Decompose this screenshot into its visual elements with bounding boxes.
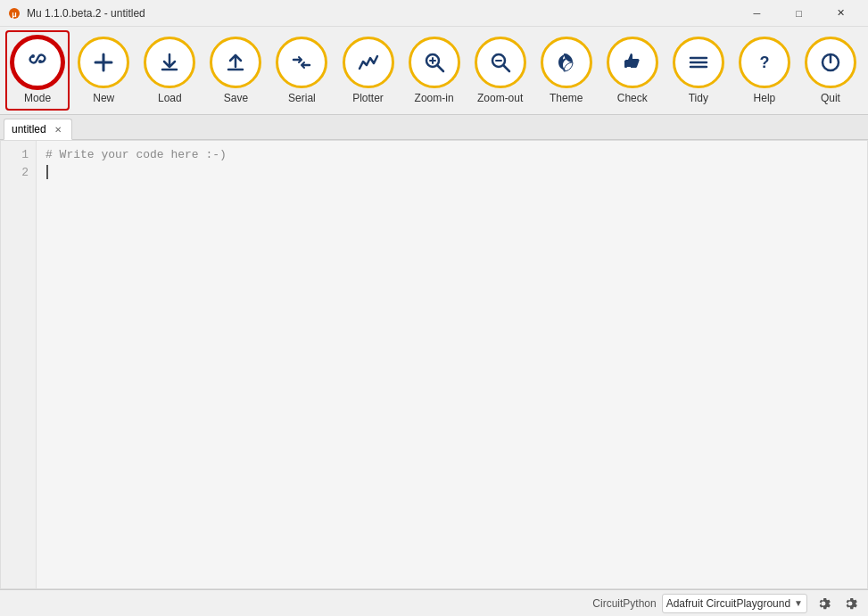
maximize-button[interactable]: □ [779, 0, 819, 27]
zoom-in-button[interactable]: Zoom-in [402, 30, 467, 111]
zoom-in-icon-circle [409, 37, 460, 88]
serial-icon-circle [276, 37, 327, 88]
title-bar-left: μ Mu 1.1.0.beta.2 - untitled [7, 6, 145, 21]
theme-label: Theme [550, 92, 583, 104]
code-editor[interactable]: # Write your code here :-) [37, 141, 867, 588]
tidy-icon-circle [673, 37, 724, 88]
tidy-label: Tidy [689, 92, 708, 104]
save-button[interactable]: Save [203, 30, 268, 111]
admin-gear-button[interactable] [839, 593, 861, 614]
app-icon: μ [7, 6, 21, 21]
quit-icon-circle [805, 37, 856, 88]
svg-rect-17 [624, 61, 627, 68]
check-icon-circle [607, 37, 658, 88]
load-icon-circle [144, 37, 195, 88]
board-selector[interactable]: Adafruit CircuitPlayground ▼ [662, 594, 807, 613]
help-icon-circle: ? [739, 37, 790, 88]
zoom-out-button[interactable]: Zoom-out [468, 30, 533, 111]
code-line-2 [45, 164, 858, 182]
zoom-out-icon-circle [475, 37, 526, 88]
settings-gear-button[interactable] [813, 593, 834, 614]
title-bar: μ Mu 1.1.0.beta.2 - untitled ─ □ ✕ [0, 0, 868, 27]
help-label: Help [754, 92, 776, 104]
load-button[interactable]: Load [137, 30, 202, 111]
save-icon-circle [210, 37, 261, 88]
line-numbers: 1 2 [1, 141, 37, 588]
tab-bar: untitled ✕ [0, 115, 868, 140]
svg-line-11 [437, 66, 443, 72]
plotter-button[interactable]: Plotter [335, 30, 400, 111]
mode-icon-circle [12, 37, 63, 88]
editor-area[interactable]: 1 2 # Write your code here :-) [0, 140, 868, 589]
serial-button[interactable]: Serial [269, 30, 334, 111]
board-select-value: Adafruit CircuitPlayground [666, 597, 790, 610]
zoom-in-label: Zoom-in [415, 92, 454, 104]
plotter-icon-circle [343, 37, 394, 88]
svg-text:μ: μ [12, 10, 17, 19]
svg-text:?: ? [759, 53, 769, 71]
window-controls: ─ □ ✕ [737, 0, 861, 27]
window-title: Mu 1.1.0.beta.2 - untitled [27, 7, 145, 20]
new-label: New [93, 92, 114, 104]
mode-label: Mode [24, 92, 51, 104]
zoom-out-label: Zoom-out [477, 92, 523, 104]
mode-status-label: CircuitPython [592, 597, 656, 610]
quit-label: Quit [821, 92, 840, 104]
plotter-label: Plotter [352, 92, 384, 104]
mode-button[interactable]: Mode [5, 30, 70, 111]
board-select-arrow-icon: ▼ [794, 598, 803, 608]
tab-untitled[interactable]: untitled ✕ [4, 119, 72, 140]
line-num-1: 1 [1, 146, 36, 164]
svg-point-3 [38, 60, 42, 63]
close-button[interactable]: ✕ [821, 0, 861, 27]
new-button[interactable]: New [71, 30, 136, 111]
serial-label: Serial [288, 92, 316, 104]
status-bar: CircuitPython Adafruit CircuitPlayground… [0, 589, 868, 616]
load-label: Load [158, 92, 182, 104]
check-button[interactable]: Check [600, 30, 665, 111]
new-icon-circle [78, 37, 129, 88]
help-button[interactable]: ? Help [732, 30, 797, 111]
toolbar: Mode New Load [0, 27, 868, 115]
line-num-2: 2 [1, 164, 36, 182]
check-label: Check [617, 92, 648, 104]
theme-icon-circle [541, 37, 592, 88]
tidy-button[interactable]: Tidy [666, 30, 731, 111]
theme-button[interactable]: Theme [534, 30, 599, 111]
svg-line-15 [503, 66, 509, 72]
quit-button[interactable]: Quit [798, 30, 863, 111]
tab-label: untitled [12, 123, 46, 136]
svg-point-2 [31, 54, 35, 58]
tab-close-button[interactable]: ✕ [52, 123, 64, 136]
save-label: Save [224, 92, 248, 104]
code-line-1: # Write your code here :-) [45, 146, 858, 164]
minimize-button[interactable]: ─ [737, 0, 777, 27]
text-cursor [46, 165, 48, 179]
